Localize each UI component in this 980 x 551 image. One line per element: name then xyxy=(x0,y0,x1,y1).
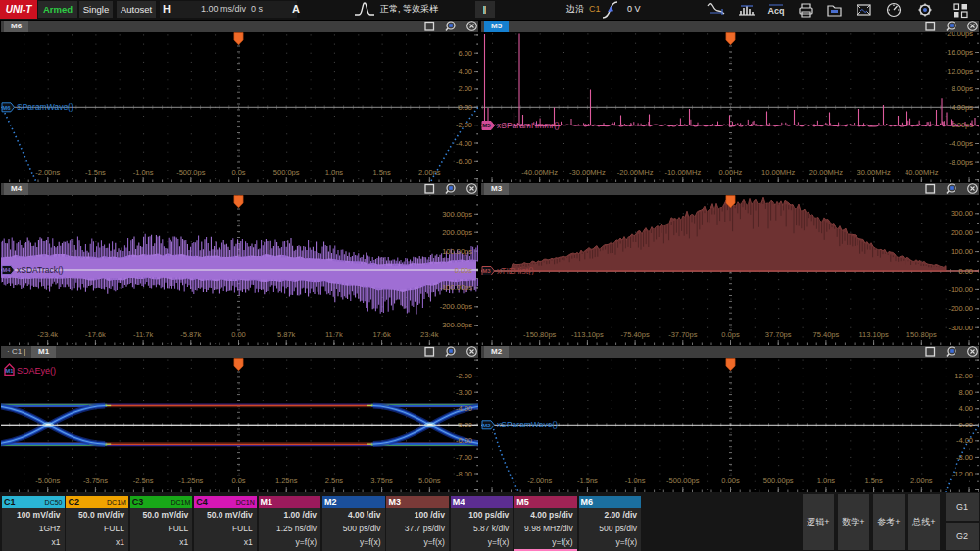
svg-text:12.00ps: 12.00ps xyxy=(947,66,973,75)
svg-text:100.00: 100.00 xyxy=(951,247,973,256)
svg-text:10.00MHz: 10.00MHz xyxy=(761,168,795,176)
svg-text:M5: M5 xyxy=(482,123,491,128)
svg-text:-5.00ns: -5.00ns xyxy=(35,476,60,484)
svg-text:-5.00: -5.00 xyxy=(456,420,472,428)
svg-text:-100.00ps: -100.00ps xyxy=(440,283,473,292)
svg-text:200.00ps: 200.00ps xyxy=(442,227,472,236)
svg-text:-37.70ps: -37.70ps xyxy=(668,330,697,339)
svg-text:M4: M4 xyxy=(2,267,11,273)
svg-text:3.75ns: 3.75ns xyxy=(370,476,393,484)
svg-text:xSParamWave(): xSParamWave() xyxy=(497,420,558,429)
svg-text:30.00MHz: 30.00MHz xyxy=(858,168,891,176)
svg-text:-200.00ps: -200.00ps xyxy=(440,302,473,311)
svg-text:20.00MHz: 20.00MHz xyxy=(809,168,843,176)
svg-text:4.00ps: 4.00ps xyxy=(951,102,973,111)
svg-text:xSParamHmmr(): xSParamHmmr() xyxy=(497,121,560,130)
svg-text:-500.0ps: -500.0ps xyxy=(176,168,205,176)
svg-text:37.70ps: 37.70ps xyxy=(765,330,792,339)
svg-text:40.00MHz: 40.00MHz xyxy=(905,168,938,176)
svg-text:300.00ps: 300.00ps xyxy=(442,209,472,218)
svg-text:-2.5ns: -2.5ns xyxy=(133,476,154,484)
svg-text:-20.00MHz: -20.00MHz xyxy=(617,168,654,176)
svg-text:-1.0ns: -1.0ns xyxy=(625,476,646,484)
svg-text:20.00ps: 20.00ps xyxy=(947,32,973,38)
svg-text:0.00s: 0.00s xyxy=(721,476,740,484)
svg-text:4.00: 4.00 xyxy=(458,67,472,75)
svg-text:-2.00ns: -2.00ns xyxy=(35,168,60,176)
svg-text:500.0ps: 500.0ps xyxy=(273,168,300,176)
svg-text:-4.00ps: -4.00ps xyxy=(949,139,973,148)
svg-text:17.6k: 17.6k xyxy=(372,330,391,339)
svg-text:-23.4k: -23.4k xyxy=(37,330,58,339)
svg-text:-1.25ns: -1.25ns xyxy=(178,476,203,484)
svg-text:M2: M2 xyxy=(482,422,491,427)
svg-text:M1: M1 xyxy=(5,367,14,373)
svg-text:-300.00ps: -300.00ps xyxy=(440,321,473,329)
svg-text:SDAEye(): SDAEye() xyxy=(17,365,56,375)
svg-text:500.00ps: 500.00ps xyxy=(763,476,794,484)
svg-text:113.10ps: 113.10ps xyxy=(858,330,889,339)
svg-text:-100.00: -100.00 xyxy=(949,284,973,293)
svg-text:-4.00: -4.00 xyxy=(956,436,973,445)
svg-text:300.00: 300.00 xyxy=(951,209,973,218)
svg-text:0.00Hz: 0.00Hz xyxy=(719,168,743,176)
svg-text:-11.7k: -11.7k xyxy=(133,330,154,339)
svg-text:-2.00: -2.00 xyxy=(456,372,472,380)
svg-text:2.5ns: 2.5ns xyxy=(325,476,344,484)
svg-text:-4.00: -4.00 xyxy=(456,404,472,413)
svg-text:8.00ps: 8.00ps xyxy=(951,84,973,93)
svg-text:6.00: 6.00 xyxy=(458,48,472,57)
svg-text:0.00: 0.00 xyxy=(458,102,472,111)
svg-text:-300.00: -300.00 xyxy=(949,323,973,331)
svg-text:1.5ns: 1.5ns xyxy=(864,476,883,484)
svg-text:-10.00MHz: -10.00MHz xyxy=(664,168,701,176)
svg-text:-30.00MHz: -30.00MHz xyxy=(569,168,606,176)
svg-text:-6.00: -6.00 xyxy=(456,156,472,165)
svg-text:0.00: 0.00 xyxy=(958,420,973,428)
svg-text:-4.00: -4.00 xyxy=(456,138,472,147)
svg-text:M3: M3 xyxy=(482,268,491,274)
svg-text:-150.80ps: -150.80ps xyxy=(523,330,557,339)
svg-text:-1.5ns: -1.5ns xyxy=(577,476,598,484)
svg-text:-3.75ns: -3.75ns xyxy=(83,476,108,484)
svg-text:1.5ns: 1.5ns xyxy=(372,168,391,176)
svg-text:-12.00: -12.00 xyxy=(953,469,973,477)
svg-text:150.80ps: 150.80ps xyxy=(906,330,937,339)
svg-text:-113.10ps: -113.10ps xyxy=(571,330,604,339)
svg-text:-17.6k: -17.6k xyxy=(85,330,106,339)
svg-text:5.00ns: 5.00ns xyxy=(418,476,441,484)
svg-text:-3.00: -3.00 xyxy=(456,387,472,396)
svg-text:12.00: 12.00 xyxy=(955,372,973,380)
svg-text:-6.00: -6.00 xyxy=(456,436,472,445)
svg-text:0.0ps: 0.0ps xyxy=(721,330,740,339)
svg-text:-1.5ns: -1.5ns xyxy=(85,168,106,176)
svg-text:1.0ns: 1.0ns xyxy=(325,168,344,176)
svg-text:-200.00: -200.00 xyxy=(949,304,973,313)
svg-text:-40.00MHz: -40.00MHz xyxy=(521,168,558,176)
svg-text:0.00: 0.00 xyxy=(958,266,973,275)
svg-text:100.00ps: 100.00ps xyxy=(442,246,472,255)
svg-text:0.0s: 0.0s xyxy=(231,168,245,176)
svg-text:5.87k: 5.87k xyxy=(277,330,296,339)
svg-text:-500.00ps: -500.00ps xyxy=(666,476,700,484)
svg-text:23.4k: 23.4k xyxy=(420,330,439,339)
svg-text:-8.00: -8.00 xyxy=(456,469,472,477)
svg-text:8.00: 8.00 xyxy=(958,387,973,396)
svg-text:2.00ns: 2.00ns xyxy=(910,476,933,484)
svg-text:16.00ps: 16.00ps xyxy=(947,48,973,57)
svg-text:-1.0ns: -1.0ns xyxy=(133,168,154,176)
svg-text:-8.00ps: -8.00ps xyxy=(949,157,973,166)
svg-text:xSDATrack(): xSDATrack() xyxy=(17,265,64,275)
svg-text:-2.00ns: -2.00ns xyxy=(527,476,552,484)
svg-text:Acq: Acq xyxy=(767,6,784,16)
svg-text:1.0ns: 1.0ns xyxy=(817,476,836,484)
svg-text:M6: M6 xyxy=(2,104,11,110)
svg-text:2.00: 2.00 xyxy=(458,84,472,93)
svg-text:-7.00: -7.00 xyxy=(456,452,472,461)
svg-text:xTIEHist(): xTIEHist() xyxy=(497,266,534,276)
svg-text:-75.40ps: -75.40ps xyxy=(621,330,650,339)
svg-text:0.0s: 0.0s xyxy=(231,476,245,484)
svg-text:0.00: 0.00 xyxy=(231,330,246,339)
svg-text:11.7k: 11.7k xyxy=(325,330,343,339)
svg-text:SParamWave(): SParamWave() xyxy=(17,102,74,112)
